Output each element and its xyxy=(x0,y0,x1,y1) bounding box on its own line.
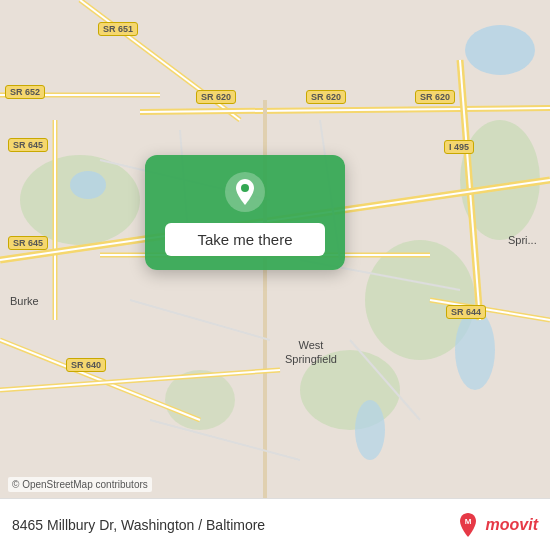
road-label-sr645b: SR 645 xyxy=(8,236,48,250)
road-label-i495: I 495 xyxy=(444,140,474,154)
svg-point-8 xyxy=(70,171,106,199)
svg-line-27 xyxy=(0,370,280,390)
town-label-burke: Burke xyxy=(10,295,39,307)
town-label-spri: Spri... xyxy=(508,234,537,246)
road-label-sr652: SR 652 xyxy=(5,85,45,99)
svg-point-0 xyxy=(20,155,140,245)
road-label-sr620a: SR 620 xyxy=(196,90,236,104)
svg-text:M: M xyxy=(464,517,471,526)
svg-line-33 xyxy=(150,420,300,460)
address-label: 8465 Millbury Dr, Washington / Baltimore xyxy=(12,517,265,533)
road-label-sr651: SR 651 xyxy=(98,22,138,36)
moovit-logo: M moovit xyxy=(454,511,538,539)
location-pin-icon xyxy=(224,171,266,213)
take-me-there-button[interactable]: Take me there xyxy=(165,223,325,256)
moovit-icon: M xyxy=(454,511,482,539)
svg-point-7 xyxy=(355,400,385,460)
svg-point-38 xyxy=(241,184,249,192)
moovit-text: moovit xyxy=(486,516,538,534)
map-container: SR 651 SR 652 SR 645 SR 620 SR 620 SR 62… xyxy=(0,0,550,550)
road-label-sr645a: SR 645 xyxy=(8,138,48,152)
road-label-sr640: SR 640 xyxy=(66,358,106,372)
info-bar: 8465 Millbury Dr, Washington / Baltimore… xyxy=(0,498,550,550)
town-label-west-springfield: WestSpringfield xyxy=(285,338,337,367)
road-label-sr620c: SR 620 xyxy=(415,90,455,104)
svg-point-5 xyxy=(465,25,535,75)
map-attribution: © OpenStreetMap contributors xyxy=(8,477,152,492)
svg-line-31 xyxy=(130,300,270,340)
road-label-sr644: SR 644 xyxy=(446,305,486,319)
popup-card: Take me there xyxy=(145,155,345,270)
road-label-sr620b: SR 620 xyxy=(306,90,346,104)
svg-point-6 xyxy=(455,310,495,390)
